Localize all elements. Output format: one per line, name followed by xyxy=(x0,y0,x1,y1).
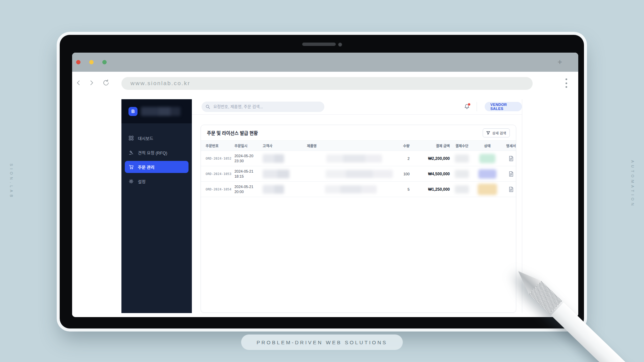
brand-logo: B xyxy=(128,107,138,116)
col-amount: 결제 금액 xyxy=(410,143,450,148)
col-qty: 수량 xyxy=(393,143,410,148)
order-amount: ₩4,500,000 xyxy=(410,172,450,176)
advanced-search-button[interactable]: 상세 검색 xyxy=(483,128,510,137)
url-text: www.sionlab.co.kr xyxy=(130,80,191,87)
col-statement: 명세서 xyxy=(501,143,521,148)
reload-button[interactable] xyxy=(101,72,111,94)
order-qty: 5 xyxy=(393,187,410,191)
status-badge xyxy=(478,184,497,195)
customer-redacted xyxy=(263,170,289,178)
notification-badge xyxy=(468,103,471,106)
status-badge xyxy=(478,169,496,179)
order-no: ORD-2024-1054 xyxy=(206,187,234,191)
page: SION.LAB AUTOMATION + xyxy=(0,0,644,362)
card-header: 주문 및 라이선스 발급 현황 상세 검색 xyxy=(201,125,516,141)
product-redacted xyxy=(325,185,377,193)
speaker-bar xyxy=(302,43,336,46)
col-order-no: 주문번호 xyxy=(206,143,234,148)
advanced-search-label: 상세 검색 xyxy=(492,130,506,135)
screen: + www.sionlab.co.kr xyxy=(72,53,578,317)
col-customer: 고객사 xyxy=(263,143,307,148)
laptop-frame: + www.sionlab.co.kr xyxy=(60,35,584,328)
page-viewport: B xyxy=(72,94,578,317)
sidebar-item-orders[interactable]: 주문 관리 xyxy=(125,161,189,173)
table-row[interactable]: ORD-2024-1053 2024-05-2118:15 100 ₩4,500… xyxy=(201,166,516,182)
statement-button[interactable] xyxy=(501,171,521,177)
orders-card: 주문 및 라이선스 발급 현황 상세 검색 xyxy=(201,125,516,313)
maximize-window-button[interactable] xyxy=(102,60,107,64)
search-icon xyxy=(206,105,210,109)
sidebar: B xyxy=(121,99,192,313)
browser-toolbar: www.sionlab.co.kr xyxy=(72,72,578,94)
order-qty: 100 xyxy=(393,172,410,176)
sidebar-header: B xyxy=(121,99,192,123)
order-datetime: 2024-05-2023:30 xyxy=(234,154,263,164)
statement-button[interactable] xyxy=(501,187,521,192)
camera-dot xyxy=(338,43,342,47)
forward-button[interactable] xyxy=(87,72,97,94)
address-bar[interactable]: www.sionlab.co.kr xyxy=(121,77,533,90)
statement-button[interactable] xyxy=(501,156,521,161)
bottom-banner: PROBLEM-DRIVEN WEB SOLUTIONS xyxy=(241,335,403,350)
col-product: 제품명 xyxy=(307,143,393,148)
order-amount: ₩2,200,000 xyxy=(410,156,450,161)
sidebar-item-settings[interactable]: 설정 xyxy=(125,175,189,187)
col-pay-method: 결제수단 xyxy=(450,143,474,148)
col-order-datetime: 주문일시 xyxy=(234,143,263,148)
close-window-button[interactable] xyxy=(76,60,80,64)
stylus-body xyxy=(551,302,644,362)
search-box[interactable] xyxy=(202,102,324,112)
topbar-divider xyxy=(477,102,477,111)
gear-icon xyxy=(128,179,134,184)
order-datetime: 2024-05-2120:00 xyxy=(234,184,263,194)
workspace-name-redacted xyxy=(141,107,180,116)
order-amount: ₩1,250,000 xyxy=(410,187,450,192)
vendor-sales-button[interactable]: VENDOR SALES xyxy=(485,102,522,111)
browser-menu-button[interactable] xyxy=(564,78,569,88)
card-title: 주문 및 라이선스 발급 현황 xyxy=(207,129,258,136)
table-header-row: 주문번호 주문일시 고객사 제품명 수량 결제 금액 결제수단 상태 명세서 xyxy=(201,141,516,151)
sidebar-menu: 대시보드 견적 요청 (RFQ) xyxy=(121,123,192,187)
browser-tab-bar: + xyxy=(72,53,578,72)
document-icon xyxy=(509,187,514,192)
order-no: ORD-2024-1052 xyxy=(206,157,234,160)
search-input[interactable] xyxy=(213,104,320,110)
customer-redacted xyxy=(263,154,284,163)
col-status: 상태 xyxy=(474,143,501,148)
document-icon xyxy=(509,171,514,177)
notifications-button[interactable] xyxy=(462,102,472,111)
cart-icon xyxy=(128,164,134,170)
document-icon xyxy=(509,156,514,161)
status-badge xyxy=(479,154,495,163)
right-vertical-label: AUTOMATION xyxy=(631,160,635,208)
dashboard-icon xyxy=(128,135,134,141)
pay-method-redacted xyxy=(455,185,469,193)
app-topbar: VENDOR SALES xyxy=(192,99,522,115)
table-row[interactable]: ORD-2024-1052 2024-05-2023:30 2 ₩2,200,0… xyxy=(201,151,516,166)
app-shell: B xyxy=(121,99,522,313)
order-datetime: 2024-05-2118:15 xyxy=(234,169,263,179)
table-row[interactable]: ORD-2024-1054 2024-05-2120:00 5 ₩1,250,0… xyxy=(201,182,516,197)
sidebar-item-label: 견적 요청 (RFQ) xyxy=(138,149,167,156)
pay-method-redacted xyxy=(455,155,469,163)
minimize-window-button[interactable] xyxy=(89,60,94,64)
sidebar-item-label: 설정 xyxy=(138,178,146,185)
product-redacted xyxy=(326,155,382,163)
new-tab-button[interactable]: + xyxy=(557,58,562,66)
sidebar-item-rfq[interactable]: 견적 요청 (RFQ) xyxy=(125,146,189,159)
sidebar-item-dashboard[interactable]: 대시보드 xyxy=(125,132,189,144)
sidebar-item-label: 주문 관리 xyxy=(138,164,154,170)
pay-method-redacted xyxy=(455,170,469,178)
order-no: ORD-2024-1053 xyxy=(206,172,234,176)
left-vertical-label: SION.LAB xyxy=(9,164,13,199)
gavel-icon xyxy=(128,150,134,155)
back-button[interactable] xyxy=(73,72,84,94)
order-qty: 2 xyxy=(393,157,410,161)
filter-icon xyxy=(486,131,490,135)
product-redacted xyxy=(326,170,393,178)
customer-redacted xyxy=(263,185,284,194)
sidebar-item-label: 대시보드 xyxy=(138,135,153,141)
